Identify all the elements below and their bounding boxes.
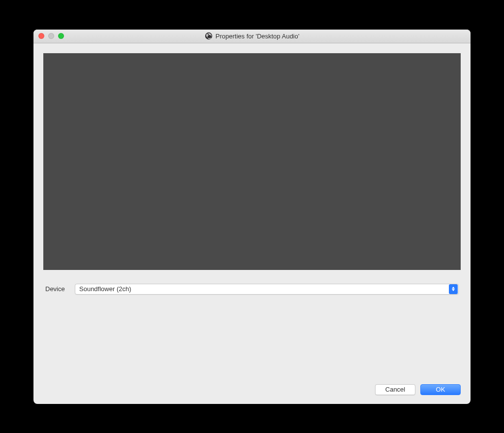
device-select-value: Soundflower (2ch)	[75, 285, 449, 293]
preview-area	[43, 53, 461, 270]
zoom-button[interactable]	[58, 33, 64, 39]
device-row: Device Soundflower (2ch)	[43, 284, 461, 295]
cancel-button[interactable]: Cancel	[375, 384, 415, 395]
close-button[interactable]	[38, 33, 44, 39]
content-area: Device Soundflower (2ch) Cancel OK	[33, 43, 471, 404]
ok-button[interactable]: OK	[420, 384, 461, 395]
obs-icon	[205, 32, 213, 40]
spacer	[43, 295, 461, 384]
device-label: Device	[45, 285, 68, 293]
minimize-button	[48, 33, 54, 39]
stepper-arrows-icon	[449, 284, 458, 294]
window-title: Properties for 'Desktop Audio'	[216, 33, 299, 40]
titlebar[interactable]: Properties for 'Desktop Audio'	[33, 30, 471, 43]
device-select[interactable]: Soundflower (2ch)	[75, 284, 459, 295]
traffic-lights	[38, 33, 64, 39]
button-row: Cancel OK	[43, 384, 461, 397]
properties-window: Properties for 'Desktop Audio' Device So…	[33, 30, 471, 404]
title-area: Properties for 'Desktop Audio'	[37, 32, 467, 40]
